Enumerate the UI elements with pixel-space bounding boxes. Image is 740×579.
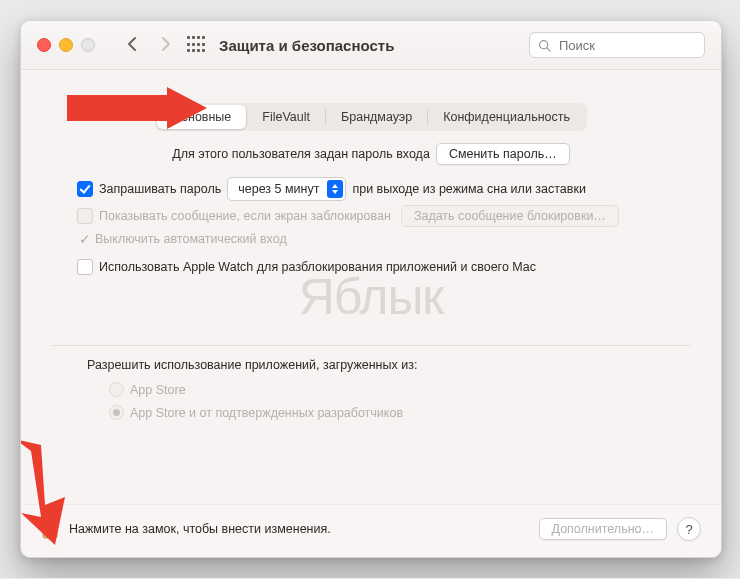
minimize-button[interactable] bbox=[59, 38, 73, 52]
back-button[interactable] bbox=[121, 32, 143, 59]
search-field-container[interactable] bbox=[529, 32, 705, 58]
navigation-arrows bbox=[121, 32, 177, 59]
svg-rect-2 bbox=[43, 527, 57, 538]
checkmark-icon: ✓ bbox=[77, 231, 93, 247]
footer: Нажмите на замок, чтобы внести изменения… bbox=[21, 504, 721, 557]
tab-general[interactable]: Основные bbox=[157, 105, 246, 129]
allow-appstore-label: App Store bbox=[130, 383, 186, 397]
require-password-delay-value: через 5 минут bbox=[238, 182, 319, 196]
lock-icon[interactable] bbox=[41, 519, 59, 539]
search-input[interactable] bbox=[557, 37, 696, 54]
advanced-button[interactable]: Дополнительно… bbox=[539, 518, 667, 540]
main-content: Для этого пользователя задан пароль вход… bbox=[51, 141, 691, 422]
stepper-icon bbox=[327, 180, 343, 198]
page-title: Защита и безопасность bbox=[219, 37, 394, 54]
preferences-window: Защита и безопасность Основные FileVault… bbox=[20, 20, 722, 558]
titlebar: Защита и безопасность bbox=[21, 21, 721, 70]
window-controls bbox=[37, 38, 95, 52]
tab-filevault[interactable]: FileVault bbox=[247, 105, 325, 129]
tab-bar: Основные FileVault Брандмауэр Конфиденци… bbox=[21, 103, 721, 131]
require-password-after-label: при выходе из режима сна или заставки bbox=[352, 182, 586, 196]
allow-apps-heading: Разрешить использование приложений, загр… bbox=[87, 358, 417, 372]
allow-identified-label: App Store и от подтвержденных разработчи… bbox=[130, 406, 403, 420]
close-button[interactable] bbox=[37, 38, 51, 52]
disable-autologin-label: Выключить автоматический вход bbox=[95, 232, 287, 246]
show-lock-message-label: Показывать сообщение, если экран заблоки… bbox=[99, 209, 391, 223]
tabs-segment: Основные FileVault Брандмауэр Конфиденци… bbox=[155, 103, 587, 131]
show-lock-message-checkbox bbox=[77, 208, 93, 224]
lock-hint-text: Нажмите на замок, чтобы внести изменения… bbox=[69, 522, 331, 536]
help-button[interactable]: ? bbox=[677, 517, 701, 541]
apple-watch-label: Использовать Apple Watch для разблокиров… bbox=[99, 260, 536, 274]
allow-appstore-radio bbox=[109, 382, 124, 397]
zoom-button bbox=[81, 38, 95, 52]
set-lock-message-button: Задать сообщение блокировки… bbox=[401, 205, 619, 227]
login-password-set-label: Для этого пользователя задан пароль вход… bbox=[172, 147, 430, 161]
forward-button bbox=[155, 32, 177, 59]
change-password-button[interactable]: Сменить пароль… bbox=[436, 143, 570, 165]
require-password-delay-select[interactable]: через 5 минут bbox=[227, 177, 346, 201]
apple-watch-checkbox[interactable] bbox=[77, 259, 93, 275]
search-icon bbox=[538, 39, 551, 52]
svg-line-1 bbox=[547, 47, 550, 50]
tab-firewall[interactable]: Брандмауэр bbox=[326, 105, 427, 129]
allow-identified-radio bbox=[109, 405, 124, 420]
divider bbox=[51, 345, 691, 346]
require-password-label: Запрашивать пароль bbox=[99, 182, 221, 196]
require-password-checkbox[interactable] bbox=[77, 181, 93, 197]
tab-privacy[interactable]: Конфиденциальность bbox=[428, 105, 585, 129]
show-all-icon[interactable] bbox=[187, 36, 205, 54]
